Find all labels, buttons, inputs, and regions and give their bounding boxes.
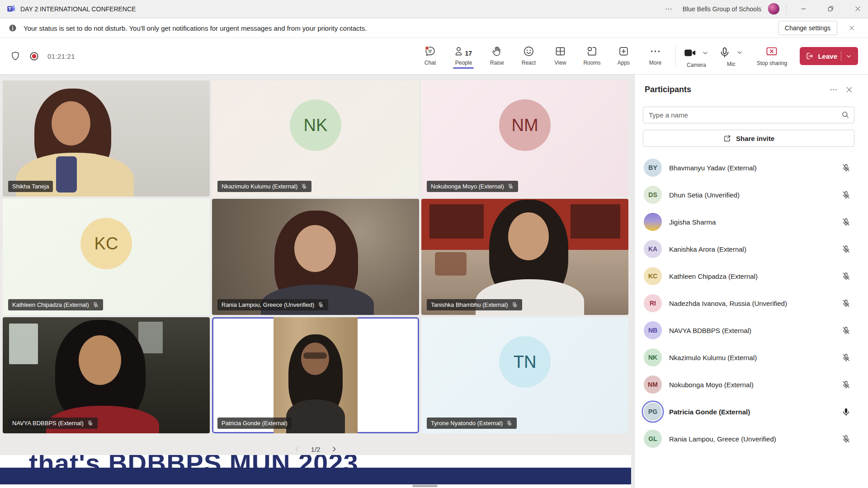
video-tile-shikha-taneja[interactable]: Shikha Taneja	[3, 80, 210, 197]
notification-close-icon[interactable]	[844, 23, 860, 33]
minimize-button[interactable]	[793, 0, 814, 18]
mic-muted-icon	[511, 301, 518, 308]
participant-list: BY Bhavmanyu Yadav (External) DS Dhun Se…	[635, 154, 868, 452]
participant-name: Nkazimulo Kulumu (External)	[669, 354, 834, 361]
rooms-button[interactable]: Rooms	[576, 42, 608, 68]
stop-sharing-button[interactable]: Stop sharing	[751, 42, 793, 68]
titlebar-more-icon[interactable]	[661, 3, 676, 15]
window-title: DAY 2 INTERNATIONAL CONFERENCE	[20, 5, 136, 13]
more-button[interactable]: More	[639, 42, 671, 68]
next-page-button[interactable]	[329, 444, 339, 454]
meeting-content: Shikha Taneja NK Nkazimulo Kulumu (Exter…	[0, 75, 868, 488]
mic-options-chevron[interactable]	[735, 47, 745, 57]
leave-button[interactable]: Leave	[800, 47, 858, 65]
mic-muted-icon[interactable]	[841, 244, 851, 254]
panel-title: Participants	[645, 85, 826, 94]
participant-row[interactable]: NM Nokubonga Moyo (External)	[635, 371, 868, 398]
panel-close-icon[interactable]	[841, 84, 857, 96]
mic-on-icon[interactable]	[841, 407, 851, 417]
chevron-down-icon	[701, 49, 709, 57]
mic-button[interactable]	[717, 45, 732, 60]
mic-muted-icon[interactable]	[841, 299, 851, 308]
meeting-toolbar: 01:21:21 Chat 17 People Raise	[0, 38, 868, 75]
participant-row[interactable]: NB NAVYA BDBBPS (External)	[635, 317, 868, 344]
video-tile-nokubonga-moyo[interactable]: NM Nokubonga Moyo (External)	[421, 80, 628, 197]
participant-row[interactable]: NK Nkazimulo Kulumu (External)	[635, 344, 868, 371]
video-tile-tyrone-nyatondo[interactable]: TN Tyrone Nyatondo (External)	[421, 317, 628, 433]
shared-slide-bar	[0, 468, 631, 484]
close-button[interactable]	[847, 0, 868, 18]
mic-muted-icon[interactable]	[841, 190, 851, 200]
camera-options-chevron[interactable]	[700, 48, 710, 58]
participant-name: Dhun Setia (Unverified)	[669, 191, 834, 199]
search-icon	[841, 110, 850, 119]
horizontal-scrollbar[interactable]	[412, 485, 438, 487]
avatar: TN	[499, 336, 551, 388]
leave-options-chevron[interactable]	[845, 52, 853, 60]
account-avatar[interactable]	[768, 3, 780, 15]
info-icon	[8, 23, 17, 33]
chat-notification-dot	[425, 46, 429, 50]
glasses-shape	[303, 352, 327, 359]
change-settings-button[interactable]: Change settings	[778, 21, 837, 35]
react-button[interactable]: React	[513, 42, 544, 68]
restore-button[interactable]	[820, 0, 841, 18]
participant-row[interactable]: DS Dhun Setia (Unverified)	[635, 181, 868, 208]
rooms-icon	[586, 45, 598, 57]
video-tile-tanishka-bhambhu[interactable]: Tanishka Bhambhu (External)	[421, 199, 628, 315]
apps-button[interactable]: Apps	[608, 42, 639, 68]
mic-muted-icon	[301, 183, 307, 190]
participant-row[interactable]: GL Rania Lampou, Greece (Unverified)	[635, 425, 868, 452]
toolbar-divider	[675, 46, 676, 66]
video-tile-kathleen-chipadza[interactable]: KC Kathleen Chipadza (External)	[3, 199, 210, 315]
mic-muted-icon[interactable]	[841, 353, 851, 362]
gallery-pagination: 1/2	[0, 441, 631, 457]
share-invite-button[interactable]: Share invite	[643, 130, 854, 147]
mic-muted-icon	[87, 420, 94, 427]
participant-video	[79, 335, 121, 385]
avatar: BY	[644, 159, 662, 177]
video-tile-patricia-gonde[interactable]: Patricia Gonde (External)	[212, 317, 419, 433]
camera-button[interactable]	[682, 45, 698, 61]
shared-screen-strip[interactable]: that's BDBBPS MUN 2023	[0, 455, 631, 488]
participant-row-speaking[interactable]: PG Patricia Gonde (External)	[635, 398, 868, 425]
avatar: KC	[644, 267, 662, 285]
raise-hand-button[interactable]: Raise	[481, 42, 513, 68]
mic-muted-icon[interactable]	[841, 380, 851, 389]
mic-muted-icon[interactable]	[841, 272, 851, 281]
participant-video	[435, 252, 467, 276]
chat-button[interactable]: Chat	[414, 42, 446, 68]
mic-label: Mic	[727, 61, 736, 67]
video-grid: Shikha Taneja NK Nkazimulo Kulumu (Exter…	[3, 80, 628, 433]
participant-name: Jigisha Sharma	[669, 218, 834, 226]
panel-more-icon[interactable]	[826, 84, 841, 96]
video-tile-navya-bdbbps[interactable]: NAVYA BDBBPS (External)	[3, 317, 210, 433]
mic-muted-icon[interactable]	[841, 163, 851, 173]
camera-control: Camera	[680, 42, 712, 70]
avatar: DS	[644, 186, 662, 204]
participant-row[interactable]: KC Kathleen Chipadza (External)	[635, 263, 868, 290]
page-indicator: 1/2	[311, 446, 321, 453]
video-tile-nkazimulo-kulumu[interactable]: NK Nkazimulo Kulumu (External)	[212, 80, 419, 197]
participant-row[interactable]: BY Bhavmanyu Yadav (External)	[635, 154, 868, 181]
mic-muted-icon[interactable]	[841, 434, 851, 444]
avatar: KC	[80, 218, 132, 269]
view-button[interactable]: View	[544, 42, 576, 68]
video-tile-rania-lampou[interactable]: Rania Lampou, Greece (Unverified)	[212, 199, 419, 315]
participant-row[interactable]: RI Nadezhda Ivanova, Russia (Unverified)	[635, 290, 868, 317]
people-active-underline	[453, 67, 474, 69]
search-input[interactable]	[643, 107, 854, 123]
avatar: NB	[644, 321, 662, 339]
participant-nameplate: Shikha Taneja	[8, 181, 53, 192]
participant-name: NAVYA BDBBPS (External)	[669, 327, 834, 334]
mic-muted-icon[interactable]	[841, 217, 851, 227]
participant-row[interactable]: Jigisha Sharma	[635, 208, 868, 235]
previous-page-button[interactable]	[292, 444, 302, 454]
mic-muted-icon[interactable]	[841, 326, 851, 335]
participant-nameplate: Nokubonga Moyo (External)	[427, 181, 518, 192]
people-button[interactable]: 17 People	[446, 42, 481, 68]
titlebar-divider	[786, 4, 787, 14]
participant-row[interactable]: KA Kanishka Arora (External)	[635, 235, 868, 263]
participant-nameplate: Tanishka Bhambhu (External)	[427, 299, 522, 310]
participant-video	[571, 204, 620, 239]
